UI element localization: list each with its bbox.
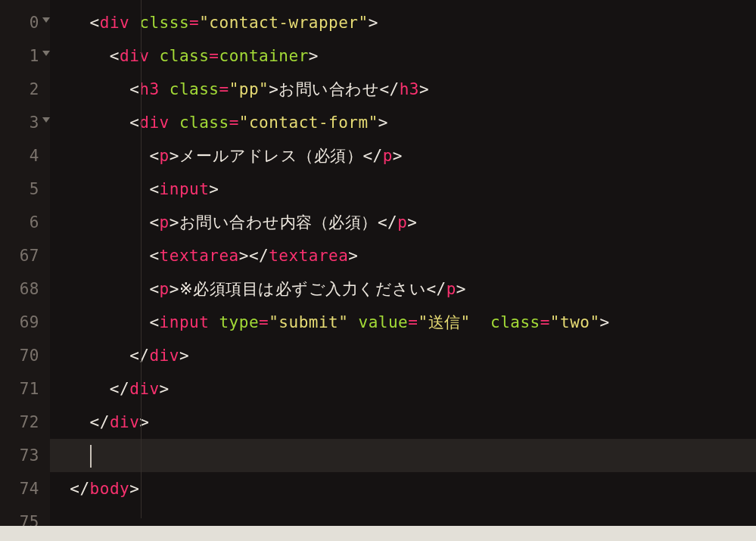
code-editor: 0123456676869707172737475 <div clsss="co… <box>0 0 756 541</box>
line-number: 3 <box>0 106 39 139</box>
code-line[interactable]: </div> <box>50 372 756 406</box>
line-number: 2 <box>0 73 39 106</box>
line-number: 72 <box>0 406 39 439</box>
line-number: 6 <box>0 206 39 239</box>
line-number: 67 <box>0 239 39 272</box>
indent-guide <box>141 0 142 518</box>
code-line[interactable]: <div clsss="contact-wrapper"> <box>50 6 756 39</box>
code-line[interactable]: </div> <box>50 406 756 439</box>
bottom-panel <box>0 526 756 541</box>
code-line[interactable]: <div class=container> <box>50 39 756 73</box>
line-number: 68 <box>0 272 39 306</box>
text-cursor <box>90 445 92 468</box>
fold-icon[interactable] <box>42 117 50 123</box>
code-line[interactable] <box>50 439 756 472</box>
code-line[interactable]: <div class="contact-form"> <box>50 106 756 139</box>
code-line[interactable]: </body> <box>50 472 756 505</box>
line-number: 4 <box>0 139 39 173</box>
line-number: 0 <box>0 6 39 39</box>
code-line[interactable]: <p>※必須項目は必ずご入力ください</p> <box>50 272 756 306</box>
line-number: 5 <box>0 173 39 206</box>
code-area[interactable]: <div clsss="contact-wrapper"> <div class… <box>50 0 756 541</box>
code-line[interactable]: <input> <box>50 173 756 206</box>
fold-icon[interactable] <box>42 17 50 23</box>
code-line[interactable]: <h3 class="pp">お問い合わせ</h3> <box>50 73 756 106</box>
code-line[interactable]: <p>お問い合わせ内容（必須）</p> <box>50 206 756 239</box>
code-line[interactable]: <textarea></textarea> <box>50 239 756 272</box>
fold-icon[interactable] <box>42 51 50 56</box>
line-number: 1 <box>0 39 39 73</box>
code-line[interactable]: <input type="submit" value="送信" class="t… <box>50 306 756 339</box>
line-number-gutter: 0123456676869707172737475 <box>0 0 50 541</box>
line-number: 73 <box>0 439 39 472</box>
line-number: 71 <box>0 372 39 406</box>
code-line[interactable]: </div> <box>50 339 756 372</box>
code-line[interactable]: <p>メールアドレス（必須）</p> <box>50 139 756 173</box>
line-number: 69 <box>0 306 39 339</box>
line-number: 70 <box>0 339 39 372</box>
line-number: 74 <box>0 472 39 505</box>
